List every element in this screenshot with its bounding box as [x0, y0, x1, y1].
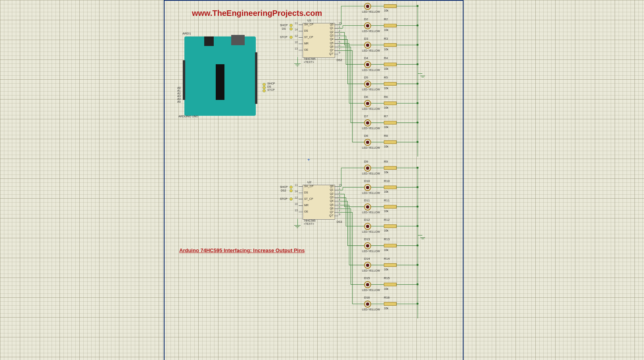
led-part: LED-YELLOW: [362, 69, 380, 71]
pin-name: Q2: [326, 192, 334, 195]
wire: [338, 47, 351, 47]
res-value: 10k: [384, 307, 388, 310]
component-resistor[interactable]: [384, 121, 397, 124]
res-value: 10k: [384, 48, 388, 51]
wire: [371, 284, 384, 285]
led-ref: D9: [364, 160, 368, 163]
led-ref: D5: [364, 76, 368, 79]
wire: [397, 284, 418, 285]
pin-number: 6: [339, 44, 340, 47]
schematic-canvas[interactable]: www.TheEngineeringProjects.com Arduino 7…: [0, 0, 644, 360]
ic-pin: [299, 37, 303, 38]
component-resistor[interactable]: [384, 186, 397, 189]
pin-number: 13: [295, 47, 298, 50]
led-part: LED-YELLOW: [362, 289, 380, 291]
led-part: LED-YELLOW: [362, 230, 380, 233]
u1-in-ds: DS: [282, 27, 286, 30]
wire: [397, 84, 418, 84]
u1-in-shcp: SHCP: [280, 24, 288, 27]
ic-pin: [299, 31, 303, 31]
led-ref: D16: [364, 296, 370, 299]
page-title: www.TheEngineeringProjects.com: [192, 9, 322, 18]
wire: [352, 304, 364, 304]
wire: [341, 6, 364, 6]
net-terminal: [263, 86, 266, 89]
led-lens: [366, 44, 369, 47]
pin-number: 11: [295, 22, 298, 25]
wire: [352, 50, 353, 142]
gnd-u1: [297, 57, 298, 63]
wire: [346, 36, 346, 64]
wire: [338, 194, 344, 194]
pin-name: Q4: [326, 38, 334, 40]
pin-number: 11: [295, 184, 298, 186]
pin-name: Q5: [326, 42, 334, 44]
component-resistor[interactable]: [384, 24, 397, 27]
wire: [397, 45, 418, 45]
led-lens: [366, 63, 369, 66]
wire: [338, 186, 341, 187]
res-value: 10k: [384, 67, 388, 70]
pin-name: Q7': [326, 214, 334, 217]
ic-pin: [334, 209, 338, 209]
component-resistor[interactable]: [384, 166, 397, 170]
ic-pin: [334, 39, 338, 40]
wire: [397, 226, 418, 226]
res-ref: R13: [384, 237, 390, 241]
wire: [397, 207, 418, 207]
wire: [343, 187, 364, 188]
component-resistor[interactable]: [384, 4, 397, 8]
u1-part: 74HC595: [304, 57, 316, 60]
component-resistor[interactable]: [384, 63, 397, 66]
pin-name: Q7: [326, 211, 334, 213]
res-ref: R10: [384, 179, 390, 183]
component-resistor[interactable]: [384, 244, 397, 247]
pin-name: OE: [304, 48, 308, 51]
pin-number: 4: [339, 36, 340, 39]
wire: [346, 197, 346, 226]
pin-number: 10: [295, 41, 298, 44]
gnd-u2: [297, 219, 298, 225]
pin-number: 14: [295, 190, 298, 193]
ic-pin: [299, 44, 303, 44]
led-ref: D10: [364, 179, 370, 183]
led-part: LED-YELLOW: [362, 127, 380, 130]
res-ref: R11: [384, 199, 390, 202]
led-ref: D8: [364, 134, 368, 138]
ic-pin: [299, 212, 303, 212]
component-resistor[interactable]: [384, 302, 397, 306]
res-ref: R15: [384, 276, 390, 280]
pin-name: DS: [304, 29, 308, 32]
led-lens: [366, 244, 369, 247]
led-lens: [366, 225, 369, 228]
wire: [347, 201, 348, 245]
component-resistor[interactable]: [384, 263, 397, 267]
u2-in-ds2: DS2: [281, 189, 286, 192]
component-resistor[interactable]: [384, 82, 397, 86]
wire: [351, 47, 351, 123]
pin-name: MR: [304, 204, 309, 207]
pin-name: Q1: [326, 188, 334, 191]
pin-name: Q3: [326, 34, 334, 37]
component-arduino-uno[interactable]: [184, 36, 256, 116]
label-a2: A2: [177, 92, 181, 95]
pin-number: 3: [339, 195, 340, 197]
net-terminal: [289, 24, 293, 27]
component-resistor[interactable]: [384, 140, 397, 144]
component-resistor[interactable]: [384, 43, 397, 47]
component-resistor[interactable]: [384, 101, 397, 105]
wire: [338, 205, 349, 205]
component-resistor[interactable]: [384, 205, 397, 209]
net-terminal: [289, 186, 293, 189]
led-ref: D15: [364, 276, 370, 280]
component-resistor[interactable]: [384, 283, 397, 286]
res-value: 10k: [384, 29, 388, 31]
res-ref: R14: [384, 257, 390, 260]
led-ref: D13: [364, 237, 370, 241]
net-terminal: [263, 83, 266, 86]
wire: [338, 197, 346, 198]
wire: [371, 207, 384, 207]
wire: [349, 103, 364, 103]
pin-number: 14: [295, 28, 298, 31]
component-resistor[interactable]: [384, 224, 397, 228]
